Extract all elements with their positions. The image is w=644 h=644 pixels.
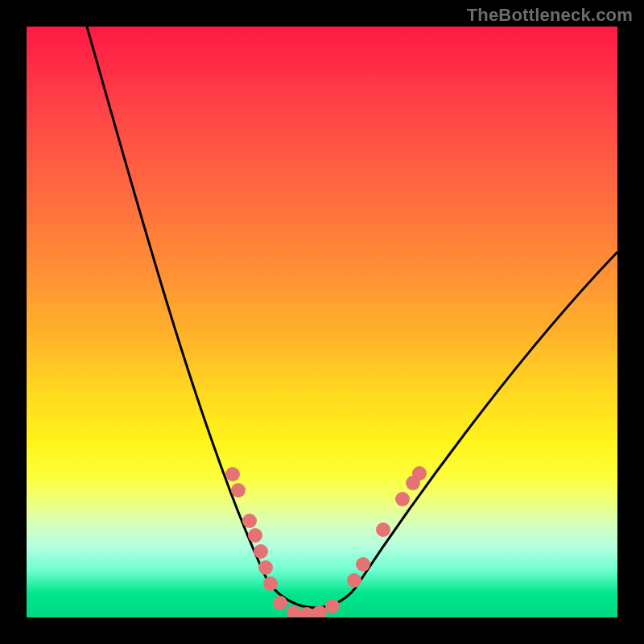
scatter-dot: [412, 466, 427, 481]
bottleneck-curve-svg: [27, 27, 617, 617]
bottleneck-curve: [87, 27, 617, 608]
scatter-dot: [231, 483, 246, 497]
scatter-dot: [356, 557, 370, 572]
scatter-dot: [287, 605, 301, 617]
scatter-dot: [258, 560, 273, 575]
scatter-dot: [225, 467, 240, 481]
chart-frame: TheBottleneck.com: [0, 0, 644, 644]
watermark-text: TheBottleneck.com: [467, 5, 633, 26]
scatter-dots: [225, 466, 427, 617]
scatter-dot: [273, 596, 287, 610]
scatter-dot: [248, 528, 262, 543]
scatter-dot: [376, 522, 390, 537]
scatter-dot: [395, 492, 410, 506]
scatter-dot: [263, 576, 278, 591]
scatter-dot: [242, 514, 257, 528]
scatter-dot: [347, 573, 361, 588]
scatter-dot: [325, 599, 340, 613]
plot-area: [27, 27, 617, 617]
scatter-dot: [254, 544, 268, 559]
